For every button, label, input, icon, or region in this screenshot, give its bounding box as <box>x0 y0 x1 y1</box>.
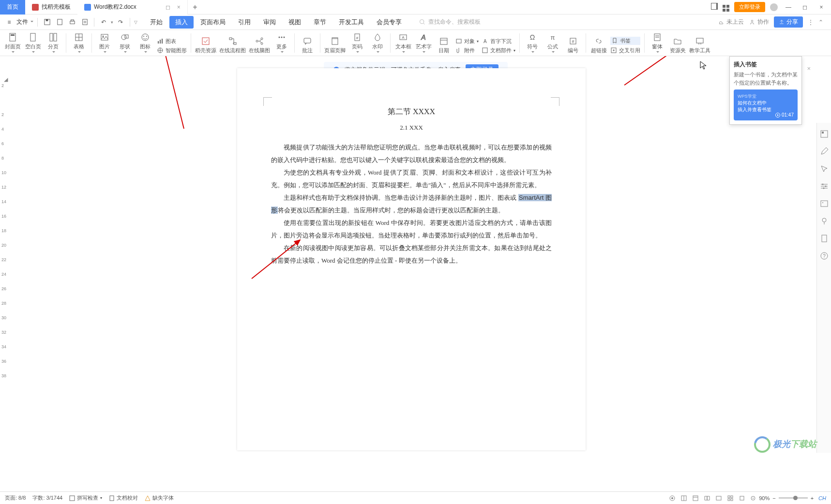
rb-blank[interactable]: 空白页 <box>24 32 42 54</box>
sidebar-settings-icon[interactable] <box>820 182 829 191</box>
rb-attach[interactable]: 附件 <box>455 47 479 54</box>
status-view-icon[interactable] <box>669 495 676 502</box>
rb-symbol[interactable]: Ω符号 <box>524 32 541 54</box>
save-icon[interactable] <box>42 17 52 28</box>
sidebar-doc-icon[interactable] <box>820 234 829 243</box>
rb-bookmark[interactable]: 书签 <box>610 37 640 45</box>
collapse-ribbon[interactable]: ⌃ <box>818 19 823 26</box>
rb-flow[interactable]: 在线流程图 <box>219 32 246 54</box>
layout-icon[interactable] <box>711 3 718 11</box>
avatar-icon[interactable] <box>770 3 778 11</box>
rb-picture[interactable]: 图片 <box>96 32 113 54</box>
redo-icon[interactable]: ↷ <box>115 17 126 28</box>
rb-smart[interactable]: 智能图形 <box>157 47 187 54</box>
share-button[interactable]: 分享 <box>774 16 803 28</box>
sidebar-select-icon[interactable] <box>820 164 829 173</box>
rb-wordart[interactable]: A艺术字 <box>415 32 432 54</box>
tab-restore-icon[interactable]: ◻ <box>166 4 170 11</box>
new-icon[interactable] <box>54 17 65 28</box>
window-maximize[interactable]: ◻ <box>799 4 811 11</box>
menu-icon[interactable]: ≡ <box>4 17 15 28</box>
status-fit-icon[interactable] <box>739 495 745 502</box>
rb-formula[interactable]: π公式 <box>544 32 561 54</box>
file-button[interactable]: 文件 <box>16 18 33 26</box>
tab-review[interactable]: 审阅 <box>257 16 282 29</box>
print-icon[interactable] <box>67 17 77 28</box>
rb-resource2[interactable]: 资源夹 <box>669 32 686 54</box>
rb-mind[interactable]: 在线脑图 <box>249 32 270 54</box>
sidebar-image-icon[interactable] <box>820 199 829 208</box>
login-button[interactable]: 立即登录 <box>734 2 765 12</box>
zoom-out-button[interactable]: − <box>772 495 775 501</box>
zoom-in-button[interactable]: + <box>811 495 814 501</box>
zoom-target-icon[interactable] <box>750 495 756 501</box>
sidebar-help-icon[interactable]: ? <box>820 252 829 260</box>
window-minimize[interactable]: — <box>783 4 794 11</box>
status-proof[interactable]: 文档校对 <box>109 494 138 502</box>
rb-shape[interactable]: 形状 <box>116 32 134 54</box>
tab-reference[interactable]: 引用 <box>232 16 257 29</box>
sidebar-style-icon[interactable] <box>820 130 829 138</box>
rb-resource[interactable]: 稻壳资源 <box>195 32 216 54</box>
sidebar-location-icon[interactable] <box>820 217 829 225</box>
tab-layout[interactable]: 页面布局 <box>195 16 231 29</box>
tab-add-button[interactable]: + <box>188 3 202 12</box>
tab-section[interactable]: 章节 <box>308 16 332 29</box>
status-word-count[interactable]: 字数: 3/1744 <box>32 494 62 502</box>
status-web-icon[interactable] <box>727 495 734 502</box>
rb-parts[interactable]: 文档部件▾ <box>482 47 515 54</box>
status-outline-icon[interactable] <box>715 495 722 502</box>
tooltip-video-thumb[interactable]: WPS学堂 如何在文档中 插入并查看书签 01:47 <box>734 89 798 120</box>
tab-template[interactable]: 找稻壳模板 <box>25 0 77 15</box>
rb-num[interactable]: #编号 <box>564 32 582 54</box>
tab-insert[interactable]: 插入 <box>169 16 194 29</box>
apps-icon[interactable] <box>723 2 729 12</box>
window-close[interactable]: × <box>816 4 827 11</box>
rb-pagenum[interactable]: #页码 <box>348 32 366 54</box>
more-menu[interactable]: ⋮ <box>808 19 814 26</box>
tab-start[interactable]: 开始 <box>144 16 168 29</box>
status-spell[interactable]: 拼写检查▾ <box>69 494 102 502</box>
rb-cover[interactable]: 封面页 <box>4 32 21 54</box>
tab-home[interactable]: 首页 <box>0 0 25 15</box>
rb-icon[interactable]: 图标 <box>136 32 154 54</box>
rb-hyperlink[interactable]: 超链接 <box>590 32 607 54</box>
rb-textbox[interactable]: A文本框 <box>394 32 412 54</box>
rb-chart[interactable]: 图表 <box>157 38 187 45</box>
status-missing-font[interactable]: 缺失字体 <box>145 494 174 502</box>
rb-comment[interactable]: 批注 <box>299 32 316 54</box>
rb-form[interactable]: 窗体 <box>649 32 666 54</box>
tab-document[interactable]: Word教程2.docx◻× <box>77 0 188 15</box>
rb-header[interactable]: 页眉页脚 <box>324 32 346 54</box>
search-input[interactable]: 查找命令、搜索模板 <box>419 18 481 26</box>
rb-table[interactable]: 表格 <box>70 32 88 54</box>
rb-cap[interactable]: A首字下沉 <box>482 38 515 45</box>
undo-icon[interactable]: ↶ <box>98 17 109 28</box>
tab-close-icon[interactable]: × <box>177 4 181 11</box>
status-layout2-icon[interactable] <box>692 495 699 502</box>
rb-water[interactable]: 水印 <box>369 32 386 54</box>
rb-break[interactable]: 分页 <box>45 32 62 54</box>
panel-close-icon[interactable]: × <box>807 65 811 72</box>
tab-member[interactable]: 会员专享 <box>371 16 408 29</box>
tab-view[interactable]: 视图 <box>283 16 307 29</box>
collab-button[interactable]: 协作 <box>749 18 769 26</box>
tab-developer[interactable]: 开发工具 <box>333 16 370 29</box>
svg-point-82 <box>671 497 673 499</box>
cloud-status[interactable]: 未上云 <box>718 18 744 26</box>
zoom-slider[interactable] <box>779 497 808 499</box>
rb-date[interactable]: 日期 <box>435 32 453 54</box>
sidebar-pen-icon[interactable] <box>820 147 829 156</box>
status-ime[interactable]: CH <box>818 495 826 501</box>
rb-object[interactable]: 对象▾ <box>455 38 479 45</box>
rb-teach[interactable]: 教学工具 <box>689 32 710 54</box>
rb-more[interactable]: 更多 <box>273 32 290 54</box>
status-read-icon[interactable] <box>704 495 710 502</box>
quick-dropdown[interactable]: ▽ <box>134 20 137 25</box>
rb-crossref[interactable]: 交叉引用 <box>610 47 640 54</box>
status-page[interactable]: 页面: 8/8 <box>5 494 26 502</box>
zoom-control[interactable]: 90% − + <box>750 495 814 501</box>
document-page[interactable]: 第二节 XXXX 2.1 XXX 视频提供了功能强大的方法帮助您证明您的观点。当… <box>237 68 586 450</box>
status-layout1-icon[interactable] <box>680 495 687 502</box>
preview-icon[interactable] <box>79 17 90 28</box>
